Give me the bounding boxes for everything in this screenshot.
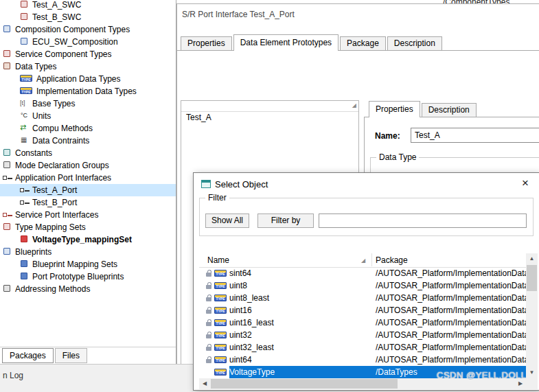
detail-tab-properties[interactable]: Properties	[369, 101, 420, 117]
application-port-interfaces-icon	[3, 174, 12, 182]
tree-item-type-mapping-sets[interactable]: Type Mapping Sets	[0, 221, 176, 233]
mapping-set-icon	[20, 235, 30, 244]
tree-item-test-a-swc[interactable]: Test_A_SWC	[0, 0, 176, 11]
service-component-types-icon	[3, 50, 12, 58]
object-row[interactable]: uint16_least/AUTOSAR_Platform/Implementa…	[199, 316, 526, 329]
filter-input[interactable]	[319, 214, 527, 228]
application-data-types-icon	[20, 75, 34, 83]
prototype-list-item[interactable]: Test_A	[181, 112, 358, 124]
tree-item-test-b-port[interactable]: Test_B_Port	[0, 196, 176, 209]
package-tree-panel: Test_A_SWC Test_B_SWC Composition Compon…	[0, 0, 176, 392]
tree-item-application-port-interfaces[interactable]: Application Port Interfaces	[0, 172, 176, 184]
object-table: Name ◢ Package sint64/AUTOSAR_Platform/I…	[199, 253, 526, 378]
app-root: /ComponentTypes Test_A_SWC Test_B_SWC Co…	[0, 0, 539, 392]
object-rows: sint64/AUTOSAR_Platform/ImplementationDa…	[199, 267, 526, 378]
object-row[interactable]: sint64/AUTOSAR_Platform/ImplementationDa…	[199, 267, 526, 279]
type-icon	[214, 282, 227, 289]
tree-item-blueprint-mapping-sets[interactable]: Blueprint Mapping Sets	[0, 258, 176, 270]
dialog-form-icon	[201, 180, 211, 188]
swc-icon	[20, 13, 30, 21]
lock-icon	[206, 332, 212, 339]
service-port-interfaces-icon	[3, 211, 12, 219]
type-icon	[214, 344, 227, 351]
column-divider[interactable]	[371, 253, 372, 266]
tab-data-element-prototypes[interactable]: Data Element Prototypes	[233, 34, 339, 51]
constants-icon	[3, 149, 12, 157]
vertical-scrollbar-thumb[interactable]	[527, 265, 537, 291]
object-table-header: Name ◢ Package	[199, 253, 526, 268]
object-row[interactable]: uint8_least/AUTOSAR_Platform/Implementat…	[199, 292, 526, 304]
name-field[interactable]	[411, 128, 539, 143]
mode-declaration-groups-icon	[3, 161, 12, 170]
lock-icon	[206, 356, 212, 364]
show-all-button[interactable]: Show All	[205, 214, 249, 228]
close-icon[interactable]: ×	[516, 176, 535, 191]
tree-item-test-b-swc[interactable]: Test_B_SWC	[0, 11, 176, 23]
tree-item-composition-component-types[interactable]: Composition Component Types	[0, 23, 176, 36]
filter-group: Filter Show All Filter by	[199, 198, 534, 236]
filter-by-button[interactable]: Filter by	[257, 214, 314, 228]
object-row[interactable]: uint32/AUTOSAR_Platform/ImplementationDa…	[199, 329, 526, 341]
tree-item-service-port-interfaces[interactable]: Service Port Interfaces	[0, 209, 176, 221]
tree-item-compu-methods[interactable]: Compu Methods	[0, 122, 176, 135]
port-interface-icon	[20, 186, 30, 194]
tree-item-addressing-methods[interactable]: Addressing Methods	[0, 283, 176, 295]
scroll-left-icon[interactable]: ◀	[199, 378, 210, 389]
object-row[interactable]: uint8/AUTOSAR_Platform/ImplementationDat…	[199, 279, 526, 292]
detail-tab-description[interactable]: Description	[422, 103, 477, 117]
tree-item-constants[interactable]: Constants	[0, 147, 176, 159]
tree-item-units[interactable]: Units	[0, 110, 176, 122]
tree-item-data-types[interactable]: Data Types	[0, 60, 176, 73]
prototype-list-header[interactable]: ◢	[181, 101, 358, 112]
column-header-name[interactable]: Name	[207, 255, 229, 265]
units-icon	[20, 112, 30, 120]
editor-tabs: Properties Data Element Prototypes Packa…	[181, 34, 444, 50]
composition-types-icon	[3, 25, 12, 34]
type-icon	[214, 369, 227, 376]
type-mapping-sets-icon	[3, 223, 12, 231]
watermark: CSDN @YELL.DOLL	[437, 370, 527, 380]
type-icon	[214, 270, 227, 277]
tree-item-application-data-types[interactable]: Application Data Types	[0, 73, 176, 85]
detail-tabs: Properties Description	[369, 102, 478, 117]
tree-item-test-a-port[interactable]: Test_A_Port	[0, 184, 176, 196]
type-icon	[214, 332, 227, 338]
editor-title: S/R Port Interface Test_A_Port	[182, 10, 295, 19]
tab-files[interactable]: Files	[55, 348, 87, 363]
tab-package[interactable]: Package	[340, 36, 386, 50]
lock-icon	[206, 344, 212, 351]
dialog-title: Select Object	[215, 179, 268, 189]
implementation-data-types-icon	[20, 87, 34, 95]
object-row[interactable]: uint32_least/AUTOSAR_Platform/Implementa…	[199, 341, 526, 354]
object-row[interactable]: uint16/AUTOSAR_Platform/ImplementationDa…	[199, 304, 526, 316]
lock-icon	[206, 295, 212, 302]
tree-item-blueprints[interactable]: Blueprints	[0, 246, 176, 258]
scroll-down-icon[interactable]: ▼	[526, 367, 538, 378]
tab-packages[interactable]: Packages	[2, 348, 54, 363]
horizontal-scrollbar-thumb[interactable]	[211, 379, 398, 389]
vertical-scrollbar[interactable]: ▲ ▼	[526, 253, 538, 378]
tree-item-ecu-sw-composition[interactable]: ECU_SW_Composition	[0, 36, 176, 48]
type-icon	[214, 307, 227, 314]
lock-icon	[206, 270, 212, 277]
tree-item-port-prototype-blueprints[interactable]: Port Prototype Blueprints	[0, 270, 176, 283]
tree-item-base-types[interactable]: Base Types	[0, 97, 176, 110]
column-header-package[interactable]: Package	[376, 255, 408, 265]
tree-item-mode-declaration-groups[interactable]: Mode Declaration Groups	[0, 159, 176, 172]
object-row[interactable]: uint64/AUTOSAR_Platform/ImplementationDa…	[199, 354, 526, 366]
tab-properties[interactable]: Properties	[181, 36, 232, 50]
data-type-group-label: Data Type	[376, 152, 419, 162]
compu-methods-icon	[20, 124, 30, 132]
data-types-icon	[3, 62, 12, 71]
data-constraints-icon	[20, 137, 30, 145]
tree-item-service-component-types[interactable]: Service Component Types	[0, 48, 176, 60]
package-tree: Test_A_SWC Test_B_SWC Composition Compon…	[0, 0, 176, 295]
tree-item-voltagetype-mappingset[interactable]: VoltageType_mappingSet	[0, 233, 176, 246]
tree-item-implementation-data-types[interactable]: Implementation Data Types	[0, 85, 176, 97]
log-panel-label: n Log	[3, 371, 23, 380]
addressing-methods-icon	[3, 285, 12, 293]
tab-description[interactable]: Description	[387, 36, 442, 50]
tree-item-data-constraints[interactable]: Data Contraints	[0, 135, 176, 147]
scroll-up-icon[interactable]: ▲	[526, 253, 538, 264]
type-icon	[214, 295, 227, 301]
